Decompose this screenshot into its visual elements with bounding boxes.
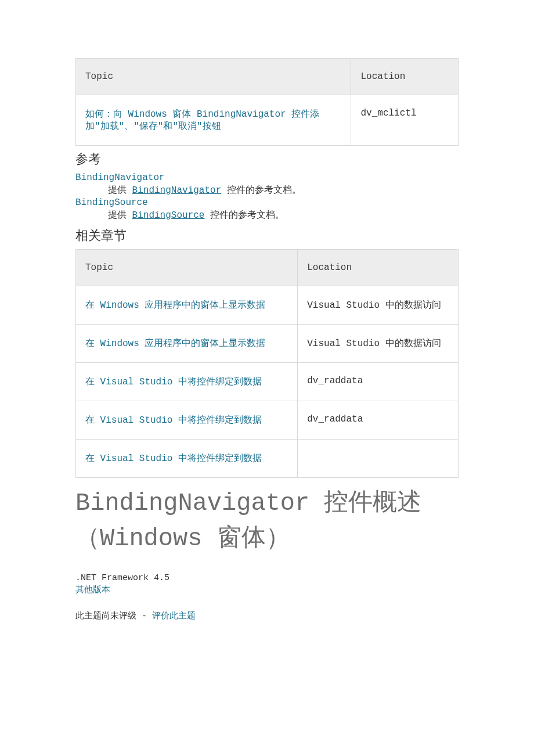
topic-location-table-2: Topic Location 在 Windows 应用程序中的窗体上显示数据 V… bbox=[75, 249, 459, 478]
location-cell: dv_mclictl bbox=[351, 95, 459, 146]
topic-link[interactable]: 在 Visual Studio 中将控件绑定到数据 bbox=[85, 415, 262, 426]
table-row: 在 Visual Studio 中将控件绑定到数据 bbox=[76, 440, 459, 478]
table-row: 在 Visual Studio 中将控件绑定到数据 dv_raddata bbox=[76, 363, 459, 401]
table-row: 在 Visual Studio 中将控件绑定到数据 dv_raddata bbox=[76, 401, 459, 440]
topic-link[interactable]: 在 Visual Studio 中将控件绑定到数据 bbox=[85, 377, 262, 387]
related-heading: 相关章节 bbox=[75, 227, 459, 244]
topic-location-table-1: Topic Location 如何：向 Windows 窗体 BindingNa… bbox=[75, 58, 459, 146]
ref-desc: 提供 BindingNavigator 控件的参考文档。 bbox=[108, 184, 459, 196]
table-row: 如何：向 Windows 窗体 BindingNavigator 控件添加"加载… bbox=[76, 95, 459, 146]
location-cell: Visual Studio 中的数据访问 bbox=[298, 286, 459, 325]
table2-header-location: Location bbox=[298, 250, 459, 286]
table-row: 在 Windows 应用程序中的窗体上显示数据 Visual Studio 中的… bbox=[76, 325, 459, 363]
reference-block: BindingNavigator 提供 BindingNavigator 控件的… bbox=[75, 172, 459, 221]
rating-line: 此主题尚未评级 - 评价此主题 bbox=[75, 610, 459, 621]
reference-heading: 参考 bbox=[75, 150, 459, 168]
topic-link[interactable]: 在 Windows 应用程序中的窗体上显示数据 bbox=[85, 339, 265, 349]
rating-sep: - bbox=[136, 611, 152, 621]
table1-header-topic: Topic bbox=[76, 59, 351, 95]
ref-inline-link[interactable]: BindingSource bbox=[132, 210, 205, 221]
location-cell bbox=[298, 440, 459, 478]
rate-topic-link[interactable]: 评价此主题 bbox=[152, 611, 196, 621]
table-row: 在 Windows 应用程序中的窗体上显示数据 Visual Studio 中的… bbox=[76, 286, 459, 325]
location-cell: Visual Studio 中的数据访问 bbox=[298, 325, 459, 363]
table2-header-topic: Topic bbox=[76, 250, 298, 286]
topic-link[interactable]: 在 Visual Studio 中将控件绑定到数据 bbox=[85, 453, 262, 464]
ref-term-bindingsource[interactable]: BindingSource bbox=[75, 197, 148, 208]
ref-desc: 提供 BindingSource 控件的参考文档。 bbox=[108, 209, 459, 221]
rating-text: 此主题尚未评级 bbox=[75, 611, 136, 621]
table1-header-location: Location bbox=[351, 59, 459, 95]
page-title: BindingNavigator 控件概述（Windows 窗体） bbox=[75, 486, 459, 557]
ref-term-bindingnavigator[interactable]: BindingNavigator bbox=[75, 172, 165, 183]
ref-inline-link[interactable]: BindingNavigator bbox=[132, 185, 222, 196]
other-versions-link[interactable]: 其他版本 bbox=[75, 585, 110, 595]
topic-link[interactable]: 如何：向 Windows 窗体 BindingNavigator 控件添加"加载… bbox=[85, 109, 319, 132]
location-cell: dv_raddata bbox=[298, 401, 459, 440]
topic-link[interactable]: 在 Windows 应用程序中的窗体上显示数据 bbox=[85, 300, 265, 311]
framework-version: .NET Framework 4.5 bbox=[75, 573, 459, 583]
location-cell: dv_raddata bbox=[298, 363, 459, 401]
